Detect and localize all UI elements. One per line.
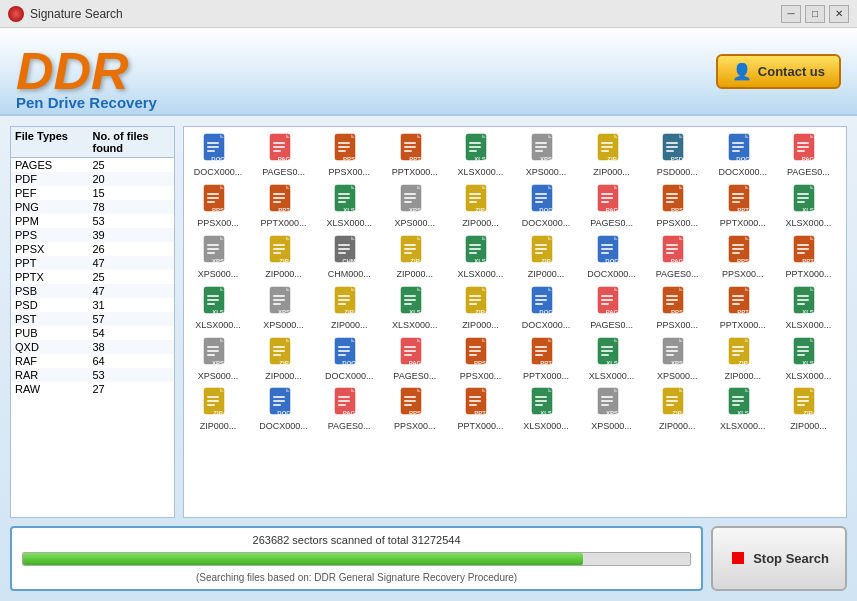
file-item[interactable]: DOC DOCX000... [188, 131, 248, 180]
file-type-name: PST [15, 313, 93, 325]
file-item[interactable]: ZIP ZIP000... [778, 385, 838, 434]
svg-text:XLS: XLS [540, 410, 552, 416]
file-item[interactable]: ZIP ZIP000... [385, 233, 445, 282]
file-label: PPSX00... [394, 422, 436, 432]
file-item[interactable]: PPS PPSX00... [319, 131, 379, 180]
file-item[interactable]: XLS XLSX000... [450, 131, 510, 180]
svg-rect-417 [797, 400, 809, 402]
file-item[interactable]: ZIP ZIP000... [450, 182, 510, 231]
svg-rect-18 [338, 146, 350, 148]
file-icon: XPS [268, 286, 300, 321]
file-item[interactable]: XLS XLSX000... [713, 385, 773, 434]
svg-rect-409 [732, 396, 744, 398]
close-button[interactable]: ✕ [829, 5, 849, 23]
file-item[interactable]: XLS XLSX000... [188, 284, 248, 333]
contact-button[interactable]: 👤 Contact us [716, 54, 841, 89]
stop-icon: ⏹ [729, 548, 747, 569]
stop-search-button[interactable]: ⏹ Stop Search [711, 526, 847, 591]
file-item[interactable]: XLS XLSX000... [778, 335, 838, 384]
file-item[interactable]: DOC DOCX000... [516, 284, 576, 333]
file-item[interactable]: PPT PPTX000... [778, 233, 838, 282]
file-item[interactable]: PAG PAGES0... [582, 182, 642, 231]
file-item[interactable]: XLS XLSX000... [450, 233, 510, 282]
svg-text:DOC: DOC [211, 156, 225, 162]
svg-text:XLS: XLS [803, 360, 815, 366]
svg-text:PPT: PPT [737, 207, 749, 213]
svg-rect-214 [207, 299, 219, 301]
file-item[interactable]: XPS XPS000... [254, 284, 314, 333]
file-item[interactable]: XLS XLSX000... [319, 182, 379, 231]
file-item[interactable]: ZIP ZIP000... [450, 284, 510, 333]
svg-text:ZIP: ZIP [279, 360, 288, 366]
file-item[interactable]: PPS PPSX00... [385, 385, 445, 434]
file-item[interactable]: ZIP ZIP000... [254, 233, 314, 282]
file-item[interactable]: ZIP ZIP000... [647, 385, 707, 434]
file-label: PPSX00... [656, 219, 698, 229]
file-item[interactable]: ZIP ZIP000... [516, 233, 576, 282]
file-item[interactable]: XLS XLSX000... [385, 284, 445, 333]
svg-rect-40 [535, 150, 543, 152]
file-item[interactable]: XLS XLSX000... [516, 385, 576, 434]
file-icon: XLS [333, 184, 365, 219]
file-item[interactable]: XPS XPS000... [188, 233, 248, 282]
file-item[interactable]: PAG PAGES0... [319, 385, 379, 434]
svg-rect-67 [797, 146, 809, 148]
file-item[interactable]: PSD PSD000... [647, 131, 707, 180]
file-item[interactable]: XLS XLSX000... [778, 182, 838, 231]
file-item[interactable]: ZIP ZIP000... [254, 335, 314, 384]
minimize-button[interactable]: ─ [781, 5, 801, 23]
file-item[interactable]: PAG PAGES0... [582, 284, 642, 333]
file-item[interactable]: PPT PPTX000... [450, 385, 510, 434]
svg-rect-257 [601, 303, 609, 305]
maximize-button[interactable]: □ [805, 5, 825, 23]
svg-text:PSD: PSD [671, 156, 684, 162]
file-item[interactable]: ZIP ZIP000... [582, 131, 642, 180]
file-item[interactable]: PAG PAGES0... [385, 335, 445, 384]
file-item[interactable]: PPT PPTX000... [385, 131, 445, 180]
files-grid-panel[interactable]: DOC DOCX000... PAG PAGES0... PPS PPSX00.… [183, 126, 847, 518]
file-item[interactable]: XPS XPS000... [582, 385, 642, 434]
file-item[interactable]: DOC DOCX000... [713, 131, 773, 180]
file-item[interactable]: PPS PPSX00... [713, 233, 773, 282]
file-item[interactable]: ZIP ZIP000... [713, 335, 773, 384]
file-item[interactable]: XPS XPS000... [188, 335, 248, 384]
file-item[interactable]: DOC DOCX000... [516, 182, 576, 231]
file-item[interactable]: XPS XPS000... [647, 335, 707, 384]
svg-text:XPS: XPS [212, 258, 224, 264]
file-item[interactable]: XPS XPS000... [516, 131, 576, 180]
file-icon: DOC [530, 286, 562, 321]
file-item[interactable]: ZIP ZIP000... [188, 385, 248, 434]
file-item[interactable]: PAG PAGES0... [778, 131, 838, 180]
svg-text:ZIP: ZIP [607, 156, 616, 162]
file-item[interactable]: CHM CHM000... [319, 233, 379, 282]
svg-rect-172 [469, 248, 481, 250]
svg-rect-255 [601, 295, 613, 297]
file-item[interactable]: PPT PPTX000... [254, 182, 314, 231]
file-item[interactable]: DOC DOCX000... [254, 385, 314, 434]
file-icon: ZIP [596, 133, 628, 168]
file-item[interactable]: PPS PPSX00... [450, 335, 510, 384]
file-type-name: RAF [15, 355, 93, 367]
file-icon: PAG [399, 337, 431, 372]
file-item[interactable]: PAG PAGES0... [647, 233, 707, 282]
file-item[interactable]: DOC DOCX000... [319, 335, 379, 384]
svg-rect-26 [404, 150, 412, 152]
file-item[interactable]: ZIP ZIP000... [319, 284, 379, 333]
file-label: ZIP000... [331, 321, 368, 331]
file-item[interactable]: PPS PPSX00... [188, 182, 248, 231]
file-item[interactable]: PPS PPSX00... [647, 182, 707, 231]
file-item[interactable]: PPS PPSX00... [647, 284, 707, 333]
file-types-list[interactable]: PAGES25PDF20PEF15PNG78PPM53PPS39PPSX26PP… [11, 158, 174, 517]
svg-text:PAG: PAG [277, 156, 290, 162]
svg-text:XPS: XPS [278, 309, 290, 315]
file-item[interactable]: DOC DOCX000... [582, 233, 642, 282]
file-item[interactable]: XLS XLSX000... [778, 284, 838, 333]
file-item[interactable]: XPS XPS000... [385, 182, 445, 231]
file-item[interactable]: XLS XLSX000... [582, 335, 642, 384]
file-icon: PPT [792, 235, 824, 270]
file-type-name: PPS [15, 229, 93, 241]
file-item[interactable]: PPT PPTX000... [713, 182, 773, 231]
file-item[interactable]: PPT PPTX000... [516, 335, 576, 384]
file-item[interactable]: PAG PAGES0... [254, 131, 314, 180]
file-item[interactable]: PPT PPTX000... [713, 284, 773, 333]
